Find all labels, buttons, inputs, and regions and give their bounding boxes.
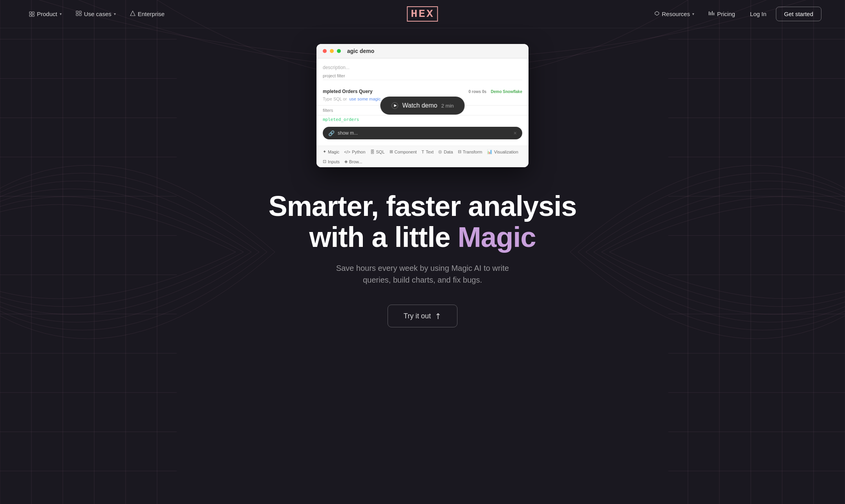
nav-item-pricing[interactable]: Pricing [703, 7, 741, 20]
demo-sql-link[interactable]: use some magic... [349, 97, 384, 101]
try-btn-container: Try it out ↗ [388, 305, 457, 327]
get-started-button[interactable]: Get started [776, 7, 821, 21]
watch-demo-label: Watch demo [402, 102, 437, 109]
product-label: Product [37, 11, 57, 17]
hero-title-line1: Smarter, faster analysis [269, 190, 577, 222]
demo-magic-close-icon[interactable]: × [514, 130, 517, 136]
demo-body: description... project filter [316, 58, 529, 85]
pricing-label: Pricing [717, 11, 735, 17]
nav-item-use-cases[interactable]: Use cases ▾ [70, 7, 121, 20]
resources-chevron-icon: ▾ [692, 12, 694, 16]
svg-rect-43 [79, 14, 81, 16]
hero-subtitle: Save hours every week by using Magic AI … [324, 262, 521, 286]
demo-top-bar: agic demo [316, 44, 529, 58]
hero-section: Smarter, faster analysis with a little M… [261, 191, 585, 286]
transform-icon: ⊟ [458, 149, 461, 154]
svg-rect-46 [709, 11, 710, 15]
product-icon [29, 11, 35, 17]
demo-tab-component[interactable]: ⊞ Component [390, 149, 417, 154]
svg-rect-49 [713, 13, 714, 15]
watch-demo-time: 2 min [441, 103, 454, 109]
svg-marker-44 [130, 11, 135, 16]
browse-icon: ◈ [344, 159, 348, 164]
demo-dot-red [323, 49, 327, 53]
demo-description: description... [323, 63, 522, 72]
sql-icon: 🗄 [370, 150, 375, 154]
demo-tab-transform[interactable]: ⊟ Transform [458, 149, 483, 154]
demo-sql-badge: 0 rows 0s Demo Snowflake [468, 89, 522, 94]
navbar: Product ▾ Use cases ▾ Enterprise [0, 0, 845, 28]
svg-rect-38 [32, 12, 34, 14]
demo-filters-label: filters [323, 108, 333, 113]
try-it-out-label: Try it out [404, 312, 431, 320]
demo-dot-green [337, 49, 341, 53]
nav-item-resources[interactable]: Resources ▾ [649, 7, 700, 20]
demo-magic-bar: 🔗 show m... × [323, 127, 522, 139]
svg-rect-42 [79, 11, 81, 13]
demo-tab-sql[interactable]: 🗄 SQL [370, 149, 385, 154]
demo-sql-section-title: mpleted Orders Query [323, 89, 373, 94]
demo-sql-placeholder: Type SQL or [323, 97, 347, 101]
demo-section: agic demo description... project filter … [316, 44, 529, 167]
hero-title: Smarter, faster analysis with a little M… [269, 191, 577, 253]
svg-rect-48 [712, 11, 713, 15]
python-icon: </> [344, 150, 350, 154]
nav-right: Resources ▾ Pricing Log In Get started [649, 7, 821, 21]
demo-tab-magic[interactable]: ✦ Magic [323, 149, 339, 154]
svg-rect-36 [29, 12, 31, 14]
text-icon: T [421, 150, 424, 154]
demo-title: agic demo [344, 48, 374, 54]
use-cases-icon [76, 11, 82, 17]
use-cases-chevron-icon: ▾ [114, 12, 116, 16]
pricing-icon [708, 11, 715, 17]
svg-rect-41 [76, 14, 78, 16]
use-cases-label: Use cases [84, 11, 112, 17]
inputs-icon: ⊡ [323, 159, 326, 164]
svg-marker-51 [394, 104, 397, 107]
svg-rect-37 [29, 15, 31, 16]
arrow-icon: ↗ [432, 310, 444, 322]
main-content: agic demo description... project filter … [0, 28, 845, 327]
demo-filter-label: project filter [323, 72, 522, 80]
demo-magic-text: show m... [338, 130, 358, 136]
watch-demo-overlay: Watch demo 2 min [380, 97, 465, 115]
login-button[interactable]: Log In [744, 7, 773, 20]
hero-title-line2-prefix: with a little [309, 221, 457, 253]
demo-dot-yellow [330, 49, 334, 53]
demo-spacer [316, 142, 529, 146]
try-it-out-button[interactable]: Try it out ↗ [388, 305, 457, 327]
demo-sql-title: mpleted Orders Query 0 rows 0s Demo Snow… [323, 89, 522, 94]
svg-marker-45 [655, 11, 659, 15]
demo-tab-data[interactable]: ◎ Data [438, 149, 453, 154]
data-icon: ◎ [438, 149, 442, 154]
svg-rect-47 [710, 12, 711, 15]
nav-item-enterprise[interactable]: Enterprise [124, 7, 170, 20]
play-icon [391, 102, 398, 109]
enterprise-icon [130, 11, 135, 17]
demo-tab-inputs[interactable]: ⊡ Inputs [323, 159, 340, 164]
resources-label: Resources [662, 11, 690, 17]
demo-tab-visualization[interactable]: 📊 Visualization [487, 149, 518, 154]
component-icon: ⊞ [390, 149, 393, 154]
enterprise-label: Enterprise [138, 11, 165, 17]
demo-tab-browse[interactable]: ◈ Brow... [344, 159, 362, 164]
svg-rect-40 [76, 11, 78, 13]
nav-left: Product ▾ Use cases ▾ Enterprise [24, 7, 170, 20]
watch-demo-button[interactable]: Watch demo 2 min [380, 97, 465, 115]
demo-tab-text[interactable]: T Text [421, 149, 433, 154]
svg-rect-39 [32, 15, 34, 16]
site-logo[interactable]: HEX [407, 6, 438, 22]
demo-connection-label: Demo Snowflake [491, 89, 522, 94]
nav-item-product[interactable]: Product ▾ [24, 7, 67, 20]
visualization-icon: 📊 [487, 149, 492, 154]
demo-rows-label: 0 rows 0s [468, 89, 487, 94]
product-chevron-icon: ▾ [60, 12, 62, 16]
magic-link-icon: 🔗 [328, 130, 335, 136]
demo-code-highlight: mpleted_orders [316, 115, 529, 124]
hero-title-magic: Magic [457, 221, 536, 253]
demo-bottom-tabs: ✦ Magic </> Python 🗄 SQL ⊞ Component [316, 146, 529, 167]
logo-text: HEX [407, 6, 438, 22]
demo-tab-python[interactable]: </> Python [344, 149, 365, 154]
resources-icon [654, 11, 660, 17]
magic-star-icon: ✦ [323, 149, 326, 154]
